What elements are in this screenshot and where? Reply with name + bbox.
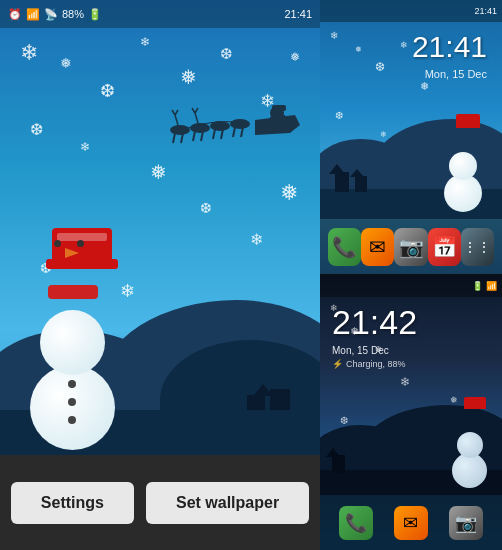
snowflake: ❅ [150,160,167,184]
rt-date: Mon, 15 Dec [425,68,487,80]
main-container: ⏰ 📶 📡 88% 🔋 21:41 ❄ ❅ ❆ ❄ ❅ ❆ ❄ ❅ ❆ ❄ ❅ … [0,0,502,550]
svg-line-17 [195,108,198,113]
status-left: ⏰ 📶 📡 88% 🔋 [8,8,102,21]
rb-dock-camera[interactable]: 📷 [449,506,483,540]
snowman-body [30,365,115,450]
svg-line-16 [192,108,195,113]
snowflake: ❆ [200,200,212,216]
svg-point-0 [170,125,190,135]
snowflake: ❅ [280,180,298,206]
battery-text: 88% [62,8,84,20]
rt-roof-2 [350,169,364,177]
rt-dock: 📞 ✉ 📷 📅 ⋮⋮ [320,219,502,274]
rt-time-status: 21:41 [474,6,497,16]
rb-snowman [452,453,487,488]
svg-point-3 [230,119,250,129]
rb-battery-icon: 🔋 [472,281,483,291]
clock-display: 21:41 [284,8,312,20]
santa-sleigh [165,95,305,155]
rb-charging-status: ⚡ Charging, 88% [332,359,406,369]
dock-apps-icon[interactable]: ⋮⋮ [461,228,494,266]
snowman-buttons [68,380,76,424]
rt-snowflake: ❄ [400,40,408,50]
right-bottom-preview: 🔋 📶 ❄ ❅ ❆ ❄ ❅ ❆ ❄ 21:42 Mon, 15 Dec ⚡ Ch… [320,275,502,550]
snowman-scarf [48,285,98,299]
rb-snowflake: ❄ [400,375,410,389]
dock-calendar-icon[interactable]: 📅 [428,228,461,266]
snowflake: ❄ [120,280,135,302]
snowman [30,365,115,450]
snowflake: ❆ [30,120,43,139]
rt-status-bar: 21:41 [320,0,502,22]
rt-snowman-head [449,152,477,180]
rt-house-2 [355,176,367,192]
right-panel: 21:41 ❄ ❅ ❆ ❄ ❅ ❆ ❄ ❅ ❆ 21:41 Mon, 15 De… [320,0,502,550]
svg-rect-19 [272,105,286,111]
svg-line-4 [173,133,175,143]
svg-line-12 [175,115,178,125]
rt-snowflake: ❅ [355,45,362,54]
rt-clock: 21:41 [412,30,487,64]
rt-house [335,172,349,192]
snowflake: ❅ [290,50,300,64]
snowman-eye-left [54,240,61,247]
rb-dock-message[interactable]: ✉ [394,506,428,540]
rb-signal-icon: 📶 [486,281,497,291]
snowflake: ❄ [250,230,263,249]
settings-button[interactable]: Settings [11,482,134,524]
rb-snowflake: ❆ [340,415,348,426]
snowflake: ❆ [100,80,115,102]
snowflake: ❅ [180,65,197,89]
svg-line-8 [213,129,215,139]
snowman-nose [65,248,79,258]
rb-date: Mon, 15 Dec [332,345,389,356]
rb-roof [326,448,340,457]
rt-snowflake: ❄ [380,130,387,139]
rt-snowflake: ❆ [335,110,343,121]
svg-line-15 [195,113,198,123]
status-right: 21:41 [284,8,312,20]
rt-roof [329,164,345,174]
snowflake: ❅ [60,55,72,71]
svg-line-6 [193,131,195,141]
rb-house [332,455,345,473]
dock-message-icon[interactable]: ✉ [361,228,394,266]
snowflake: ❆ [220,45,233,63]
left-preview: ⏰ 📶 📡 88% 🔋 21:41 ❄ ❅ ❆ ❄ ❅ ❆ ❄ ❅ ❆ ❄ ❅ … [0,0,320,550]
battery-icon: 🔋 [88,8,102,21]
rb-dock: 📞 ✉ 📷 [320,495,502,550]
dock-camera-icon[interactable]: 📷 [394,228,427,266]
rb-clock: 21:42 [332,303,417,342]
charging-text: Charging, 88% [346,359,406,369]
rb-dock-phone[interactable]: 📞 [339,506,373,540]
rb-snowman-hat [464,397,486,409]
alarm-icon: ⏰ [8,8,22,21]
rb-snowman-body [452,453,487,488]
snowman-button-3 [68,416,76,424]
status-bar: ⏰ 📶 📡 88% 🔋 21:41 [0,0,320,28]
svg-line-13 [172,110,175,115]
snowflake: ❄ [20,40,38,66]
rb-status-bar: 🔋 📶 [320,275,502,297]
charging-icon: ⚡ [332,359,343,369]
signal-icon: 📶 [26,8,40,21]
rb-snowman-head [457,432,483,458]
rt-snowman-hat [456,114,480,128]
dock-phone-icon[interactable]: 📞 [328,228,361,266]
snowflake: ❄ [140,35,150,49]
snowman-eyes [54,240,84,247]
rt-snowflake: ❆ [375,60,385,74]
roof-2 [253,384,273,396]
rt-snowman-body [444,174,482,212]
right-top-preview: 21:41 ❄ ❅ ❆ ❄ ❅ ❆ ❄ ❅ ❆ 21:41 Mon, 15 De… [320,0,502,275]
set-wallpaper-button[interactable]: Set wallpaper [146,482,309,524]
snowflake: ❄ [80,140,90,154]
svg-line-14 [175,110,178,115]
svg-line-10 [233,127,235,137]
snowman-head [40,310,105,375]
rt-snowflake: ❄ [330,30,338,41]
wifi-icon: 📡 [44,8,58,21]
snowman-eye-right [77,240,84,247]
bottom-panel: Settings Set wallpaper [0,455,320,550]
snowman-button-2 [68,398,76,406]
